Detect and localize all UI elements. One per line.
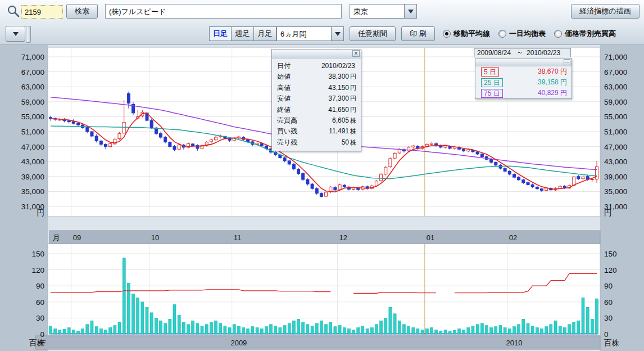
candle bbox=[123, 122, 125, 133]
symbol-input[interactable] bbox=[21, 5, 63, 19]
svg-text:71,000: 71,000 bbox=[21, 53, 44, 61]
candle bbox=[444, 146, 447, 147]
candle bbox=[577, 177, 580, 179]
svg-text:67,000: 67,000 bbox=[604, 68, 627, 76]
svg-text:39,000: 39,000 bbox=[604, 173, 627, 181]
svg-text:39,000: 39,000 bbox=[21, 173, 44, 181]
candle bbox=[99, 141, 102, 145]
range-start: 2009/08/24 bbox=[477, 49, 511, 57]
candle bbox=[297, 169, 300, 174]
candle bbox=[357, 188, 360, 190]
radio-moving-average[interactable]: 移動平均線 bbox=[443, 29, 490, 39]
candle bbox=[86, 128, 89, 132]
quote-popup-titlebar[interactable]: ✕ bbox=[272, 50, 361, 58]
svg-text:47,000: 47,000 bbox=[21, 143, 44, 151]
radio-label: 移動平均線 bbox=[453, 29, 490, 39]
candle bbox=[508, 172, 511, 174]
ma-legend-titlebar[interactable]: — bbox=[475, 58, 572, 66]
candle bbox=[90, 132, 93, 136]
tab-weekly[interactable]: 週足 bbox=[232, 26, 254, 41]
close-icon[interactable]: ✕ bbox=[352, 50, 360, 57]
svg-text:百株: 百株 bbox=[29, 339, 45, 347]
candle bbox=[467, 150, 470, 151]
svg-text:2009: 2009 bbox=[230, 339, 247, 347]
exchange-select[interactable]: 東京 bbox=[350, 4, 417, 19]
candle bbox=[315, 188, 318, 194]
svg-text:0: 0 bbox=[604, 330, 609, 339]
print-button[interactable]: 印 刷 bbox=[401, 26, 435, 41]
collapse-panel-button[interactable] bbox=[6, 26, 25, 42]
svg-text:63,000: 63,000 bbox=[604, 83, 627, 91]
range-separator: ～ bbox=[516, 48, 523, 57]
toolbar: 検索 (株)フルスピード 東京 経済指標の描画 日足 週足 月足 6ヵ月間 任意… bbox=[0, 0, 644, 45]
draw-indicator-button[interactable]: 経済指標の描画 bbox=[571, 4, 640, 19]
tab-monthly[interactable]: 月足 bbox=[254, 26, 276, 41]
radio-volume-by-price[interactable]: 価格帯別売買高 bbox=[554, 29, 616, 39]
search-button[interactable]: 検索 bbox=[66, 4, 98, 19]
svg-text:55,000: 55,000 bbox=[604, 112, 627, 121]
chevron-down-icon bbox=[335, 32, 341, 36]
quote-row-volume: 売買高6,605株 bbox=[272, 115, 361, 126]
radio-ichimoku[interactable]: 一目均衡表 bbox=[498, 29, 546, 39]
legend-row-ma5: 5 日 38,670 円 bbox=[475, 66, 572, 77]
svg-text:円: 円 bbox=[37, 209, 45, 217]
quote-row-margin-sell: 売り残50株 bbox=[272, 137, 361, 148]
exchange-select-value: 東京 bbox=[350, 4, 404, 18]
candle bbox=[311, 184, 314, 188]
stock-name-field[interactable]: (株)フルスピード bbox=[105, 4, 342, 19]
chevron-down-icon bbox=[13, 32, 19, 36]
month-axis: 月091011120102 bbox=[49, 231, 600, 244]
candle bbox=[260, 143, 263, 146]
legend-row-ma75: 75 日 40,829 円 bbox=[475, 88, 572, 98]
chart-area: 月091011120102年2009201071,00071,00067,000… bbox=[0, 45, 644, 351]
panel-handle[interactable] bbox=[26, 26, 31, 43]
svg-text:150: 150 bbox=[31, 250, 44, 258]
stock-chart-app: 検索 (株)フルスピード 東京 経済指標の描画 日足 週足 月足 6ヵ月間 任意… bbox=[0, 0, 644, 351]
svg-text:67,000: 67,000 bbox=[21, 68, 44, 76]
svg-text:円: 円 bbox=[604, 209, 612, 217]
chevron-down-icon bbox=[408, 10, 414, 14]
svg-text:47,000: 47,000 bbox=[604, 143, 627, 151]
custom-period-button[interactable]: 任意期間 bbox=[350, 26, 396, 41]
minimize-icon[interactable]: — bbox=[564, 59, 570, 65]
radio-dot[interactable] bbox=[554, 30, 562, 38]
exchange-dropdown-button[interactable] bbox=[404, 4, 416, 18]
quote-popup-body: 日付2010/02/23 始値38,300円 高値43,150円 安値37,30… bbox=[272, 58, 361, 151]
candle bbox=[72, 122, 75, 123]
period-select[interactable]: 6ヵ月間 bbox=[276, 26, 344, 41]
timeframe-tabs: 日足 週足 月足 bbox=[209, 26, 276, 41]
date-range-field[interactable]: 2009/08/24 ～ 2010/02/23 bbox=[474, 48, 571, 57]
svg-text:2010: 2010 bbox=[506, 339, 523, 347]
candle bbox=[210, 140, 212, 142]
svg-text:51,000: 51,000 bbox=[604, 128, 627, 136]
period-select-value: 6ヵ月間 bbox=[277, 27, 331, 40]
candle bbox=[160, 133, 162, 137]
radio-dot[interactable] bbox=[498, 30, 506, 38]
ma-legend-panel: — 5 日 38,670 円 25 日 39,158 円 75 日 40,829… bbox=[475, 58, 572, 99]
svg-text:月: 月 bbox=[53, 233, 60, 242]
svg-text:60: 60 bbox=[36, 298, 44, 307]
candle bbox=[393, 154, 396, 159]
candle bbox=[531, 184, 534, 187]
candle bbox=[215, 137, 217, 140]
candle bbox=[109, 143, 112, 146]
candle bbox=[384, 167, 387, 174]
period-dropdown-button[interactable] bbox=[331, 27, 343, 40]
svg-text:35,000: 35,000 bbox=[604, 187, 627, 196]
radio-dot[interactable] bbox=[443, 30, 451, 38]
svg-text:120: 120 bbox=[604, 266, 617, 274]
svg-text:90: 90 bbox=[36, 282, 44, 290]
candle bbox=[173, 147, 176, 150]
candle bbox=[192, 144, 194, 146]
svg-text:0: 0 bbox=[40, 330, 44, 339]
candle bbox=[389, 159, 392, 167]
tab-daily[interactable]: 日足 bbox=[209, 26, 232, 41]
candle bbox=[536, 187, 538, 188]
candle bbox=[164, 137, 167, 142]
candle bbox=[480, 154, 483, 157]
candle bbox=[504, 168, 506, 171]
candle bbox=[412, 146, 415, 147]
candle bbox=[325, 192, 328, 196]
candle bbox=[343, 185, 346, 187]
candle bbox=[127, 93, 130, 103]
